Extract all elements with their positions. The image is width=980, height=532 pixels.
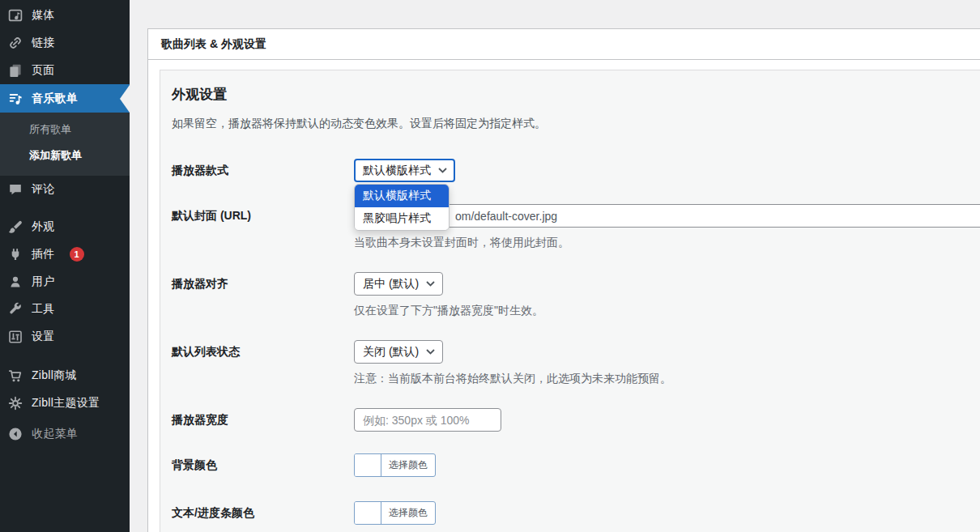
tools-icon	[7, 301, 23, 317]
sidebar-item-label: 评论	[32, 182, 55, 197]
sidebar-item-comments[interactable]: 评论	[0, 176, 130, 203]
color-swatch	[355, 502, 381, 524]
sidebar-item-settings[interactable]: 设置	[0, 323, 130, 351]
sidebar-item-label: 音乐歌单	[32, 92, 78, 106]
pages-icon	[7, 62, 23, 79]
sidebar-item-label: Zibll主题设置	[32, 396, 100, 411]
panel-title-text: 歌曲列表 & 外观设置	[161, 37, 266, 50]
sidebar-item-media[interactable]: 媒体	[0, 2, 130, 29]
panel-title: 歌曲列表 & 外观设置	[148, 29, 980, 60]
field-row-player-width: 播放器宽度	[172, 408, 980, 432]
sidebar-item-users[interactable]: 用户	[0, 268, 130, 296]
sidebar-item-label: 设置	[32, 330, 55, 344]
sidebar-item-label: 收起菜单	[32, 427, 78, 441]
sidebar-item-pages[interactable]: 页面	[0, 57, 130, 84]
field-row-background-color: 背景颜色 选择颜色	[172, 453, 980, 479]
sidebar-item-label: Zibll商城	[32, 368, 77, 383]
music-playlist-submenu: 所有歌单 添加新歌单	[0, 113, 130, 176]
sidebar-item-zibll-store[interactable]: Zibll商城	[0, 362, 130, 389]
settings-icon	[7, 329, 23, 345]
admin-content-area: 歌曲列表 & 外观设置 外观设置 如果留空，播放器将保持默认的动态变色效果。设置…	[130, 0, 980, 532]
sidebar-item-tools[interactable]: 工具	[0, 296, 130, 323]
field-row-player-align: 播放器对齐 居中 (默认) 仅在设置了下方"播放器宽度"时生效。	[172, 272, 980, 318]
sidebar-item-music-playlist[interactable]: 音乐歌单	[0, 84, 130, 113]
field-description: 仅在设置了下方"播放器宽度"时生效。	[354, 304, 980, 318]
cart-icon	[7, 368, 23, 384]
field-row-default-list-state: 默认列表状态 关闭 (默认) 注意：当前版本前台将始终默认关闭，此选项为未来功能…	[172, 340, 980, 386]
player-align-select[interactable]: 居中 (默认)	[354, 272, 443, 296]
gear-icon	[7, 395, 23, 411]
field-label: 播放器宽度	[172, 408, 354, 432]
default-list-state-selected-value: 关闭 (默认)	[363, 345, 419, 360]
sidebar-item-label: 链接	[32, 36, 55, 50]
comments-icon	[7, 181, 23, 198]
field-row-default-cover: 默认封面 (URL) 当歌曲本身未设置封面时，将使用此封面。	[172, 204, 980, 250]
sidebar-item-label: 页面	[32, 63, 55, 78]
sidebar-item-collapse-menu[interactable]: 收起菜单	[0, 420, 130, 448]
default-list-state-select[interactable]: 关闭 (默认)	[354, 340, 443, 364]
sidebar-item-label: 用户	[32, 275, 55, 289]
section-heading: 外观设置	[172, 85, 980, 104]
sidebar-item-plugins[interactable]: 插件 1	[0, 240, 130, 268]
music-playlist-icon	[7, 91, 23, 107]
media-icon	[7, 7, 23, 23]
player-style-dropdown: 默认横版样式 黑胶唱片样式	[354, 184, 450, 231]
dropdown-option-vinyl[interactable]: 黑胶唱片样式	[355, 207, 449, 230]
update-count-badge: 1	[70, 247, 84, 262]
sidebar-item-label: 工具	[32, 302, 55, 317]
chevron-down-icon	[438, 168, 447, 173]
field-row-text-progress-color: 文本/进度条颜色 选择颜色	[172, 501, 980, 527]
field-label: 默认列表状态	[172, 340, 354, 386]
admin-sidebar: 媒体 链接 页面 音乐歌单 所有歌单 添加新歌单 评论 外观	[0, 0, 130, 532]
dropdown-option-default-horizontal[interactable]: 默认横版样式	[355, 185, 449, 207]
field-label: 播放器对齐	[172, 272, 354, 318]
menu-separator	[0, 203, 130, 213]
sidebar-item-label: 外观	[32, 219, 55, 234]
field-label: 背景颜色	[172, 453, 354, 479]
sidebar-subitem-all-playlists[interactable]: 所有歌单	[0, 117, 130, 143]
color-swatch	[355, 454, 381, 476]
field-label: 播放器款式	[172, 159, 354, 182]
sidebar-item-label: 媒体	[32, 8, 55, 23]
users-icon	[7, 274, 23, 290]
color-picker-label: 选择颜色	[381, 502, 435, 524]
player-style-selected-value: 默认横版样式	[363, 164, 431, 178]
field-label: 默认封面 (URL)	[172, 204, 354, 250]
sidebar-item-label: 插件	[32, 247, 55, 262]
sidebar-item-appearance[interactable]: 外观	[0, 213, 130, 240]
field-description: 当歌曲本身未设置封面时，将使用此封面。	[354, 236, 980, 250]
chevron-down-icon	[426, 281, 435, 287]
field-row-player-style: 播放器款式 默认横版样式 默认横版样式 黑胶唱片样式	[172, 159, 980, 182]
player-width-input[interactable]	[354, 408, 501, 432]
background-color-picker-button[interactable]: 选择颜色	[354, 453, 436, 477]
player-style-select[interactable]: 默认横版样式	[354, 159, 455, 182]
collapse-icon	[7, 426, 23, 442]
player-align-selected-value: 居中 (默认)	[363, 277, 419, 292]
menu-separator	[0, 351, 130, 362]
field-description: 注意：当前版本前台将始终默认关闭，此选项为未来功能预留。	[354, 372, 980, 386]
field-label: 文本/进度条颜色	[172, 501, 354, 527]
sidebar-item-links[interactable]: 链接	[0, 29, 130, 57]
chevron-down-icon	[426, 349, 435, 355]
appearance-settings-card: 外观设置 如果留空，播放器将保持默认的动态变色效果。设置后将固定为指定样式。 播…	[160, 70, 980, 532]
settings-panel: 歌曲列表 & 外观设置 外观设置 如果留空，播放器将保持默认的动态变色效果。设置…	[147, 28, 980, 532]
sidebar-subitem-add-playlist[interactable]: 添加新歌单	[0, 143, 130, 168]
link-icon	[7, 35, 23, 51]
section-description: 如果留空，播放器将保持默认的动态变色效果。设置后将固定为指定样式。	[172, 117, 980, 131]
sidebar-item-zibll-theme-settings[interactable]: Zibll主题设置	[0, 389, 130, 417]
appearance-icon	[7, 219, 23, 235]
plugin-icon	[7, 246, 23, 262]
text-progress-color-picker-button[interactable]: 选择颜色	[354, 501, 436, 525]
color-picker-label: 选择颜色	[381, 454, 435, 476]
